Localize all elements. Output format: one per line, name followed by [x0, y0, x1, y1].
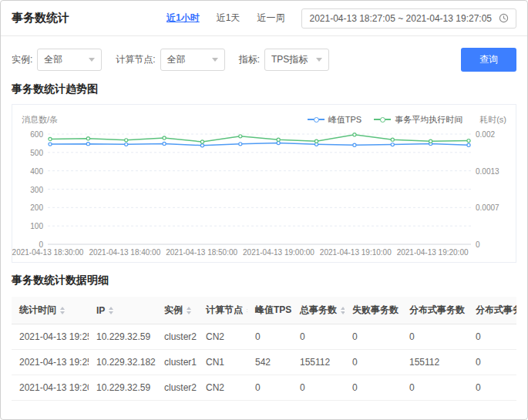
table-row: 2021-04-13 19:20:0010.229.32.182cluster1…	[12, 401, 516, 409]
column-header[interactable]: 分布式事务提交异常数	[468, 297, 516, 324]
sort-icon	[60, 307, 65, 314]
table-header-row: 统计时间IP实例计算节点峰值TPS总事务数失败事务数分布式事务数分布式事务提交异…	[12, 297, 516, 324]
compute-node-select[interactable]: 全部	[160, 49, 225, 71]
table-cell: 542	[247, 350, 292, 375]
query-button[interactable]: 查询	[461, 48, 516, 72]
y-axis-tick-left: 0	[39, 240, 43, 249]
table-cell: 0	[345, 375, 402, 401]
left-axis-labels: 0100200300400500600	[22, 131, 48, 245]
y-axis-tick-left: 300	[30, 185, 43, 193]
table-cell: 2021-04-13 19:25:00	[12, 324, 89, 350]
node-filter-label: 计算节点:	[116, 53, 155, 66]
table-cell: 0	[402, 375, 468, 401]
y-axis-tick-right: 0.0013	[476, 166, 499, 175]
x-axis: 2021-04-13 18:30:002021-04-13 18:40:0020…	[22, 245, 506, 259]
table-cell: 0	[292, 375, 345, 401]
column-header-label: 统计时间	[19, 304, 56, 315]
table-cell: 155112	[402, 350, 468, 375]
table-row: 2021-04-13 19:25:0010.229.32.59cluster2C…	[12, 324, 516, 350]
table-cell: 2021-04-13 19:20:00	[12, 401, 89, 409]
table-cell: 10.229.32.59	[89, 375, 156, 401]
column-header-label: 分布式事务提交异常数	[476, 304, 516, 315]
detail-table: 统计时间IP实例计算节点峰值TPS总事务数失败事务数分布式事务数分布式事务提交异…	[12, 297, 516, 408]
table-cell: 10.229.32.59	[89, 324, 156, 350]
time-tab-1week[interactable]: 近一周	[257, 12, 284, 25]
legend-label: 峰值TPS	[328, 114, 362, 126]
sort-icon	[247, 307, 247, 314]
detail-section-title: 事务数统计数据明细	[12, 274, 516, 287]
column-header-label: 总事务数	[300, 304, 337, 315]
column-header[interactable]: IP	[89, 297, 156, 324]
table-cell: 0	[345, 401, 402, 409]
table-cell: cluster2	[156, 324, 198, 350]
table-cell: 0	[468, 401, 516, 409]
metric-select-value: TPS指标	[271, 53, 308, 66]
y-axis-tick-left: 500	[30, 148, 43, 156]
table-cell: 154819	[402, 401, 468, 409]
left-axis-title: 消息数/条	[22, 114, 58, 126]
chart-legend: 峰值TPS 事务平均执行时间	[308, 114, 475, 126]
column-header[interactable]: 失败事务数	[345, 297, 402, 324]
table-cell: 547	[247, 401, 292, 409]
filter-bar: 实例: 全部 计算节点: 全部 指标: TPS指标 查询	[1, 36, 527, 72]
chevron-down-icon	[212, 58, 218, 62]
x-axis-tick: 2021-04-13 18:30:00	[12, 248, 84, 257]
line-marker-icon	[308, 116, 325, 123]
table-cell: CN1	[198, 401, 247, 409]
legend-item-avg-exec-time[interactable]: 事务平均执行时间	[374, 114, 462, 126]
table-cell: 10.229.32.182	[89, 401, 156, 409]
table-cell: CN2	[198, 324, 247, 350]
column-header[interactable]: 分布式事务数	[402, 297, 468, 324]
table-cell: 2021-04-13 19:25:00	[12, 350, 89, 375]
sort-icon	[187, 307, 191, 314]
column-header[interactable]: 实例	[156, 297, 198, 324]
header-controls: 近1小时 近1天 近一周 2021-04-13 18:27:05 ~ 2021-…	[166, 8, 516, 29]
time-tab-1hour[interactable]: 近1小时	[166, 12, 200, 25]
table-cell: cluster1	[156, 401, 198, 409]
clock-icon	[499, 13, 509, 23]
y-axis-tick-left: 100	[30, 222, 43, 230]
column-header[interactable]: 统计时间	[12, 297, 89, 324]
x-axis-tick: 2021-04-13 19:20:00	[397, 248, 469, 257]
column-header-label: 分布式事务数	[409, 304, 465, 315]
column-header-label: IP	[96, 305, 105, 316]
column-header[interactable]: 计算节点	[198, 297, 247, 324]
instance-select-value: 全部	[44, 53, 62, 66]
legend-label: 事务平均执行时间	[395, 114, 462, 126]
table-cell: 2021-04-13 19:20:00	[12, 375, 89, 401]
instance-select[interactable]: 全部	[37, 49, 102, 71]
table-cell: 0	[247, 324, 292, 350]
table-cell: 0	[402, 324, 468, 350]
time-tab-1day[interactable]: 近1天	[217, 12, 240, 25]
x-axis-labels: 2021-04-13 18:30:002021-04-13 18:40:0020…	[48, 245, 471, 259]
table-cell: 0	[292, 324, 345, 350]
y-axis-tick-left: 400	[30, 166, 43, 175]
right-axis-labels: 0.0020.00130.00070	[471, 131, 506, 245]
column-header[interactable]: 峰值TPS	[247, 297, 292, 324]
y-axis-tick-left: 200	[30, 203, 43, 212]
page-title: 事务数统计	[12, 11, 69, 25]
date-range-picker[interactable]: 2021-04-13 18:27:05 ~ 2021-04-13 19:27:0…	[301, 8, 516, 29]
y-axis-tick-right: 0.0007	[476, 203, 499, 212]
x-axis-tick: 2021-04-13 19:10:00	[320, 248, 392, 257]
metric-select[interactable]: TPS指标	[264, 49, 329, 71]
table-cell: cluster2	[156, 375, 198, 401]
table-row: 2021-04-13 19:20:0010.229.32.59cluster2C…	[12, 375, 516, 401]
column-header[interactable]: 总事务数	[292, 297, 345, 324]
table-cell: 155112	[292, 350, 345, 375]
metric-filter-label: 指标:	[239, 53, 260, 66]
legend-item-peak-tps[interactable]: 峰值TPS	[308, 114, 362, 126]
table-cell: 0	[468, 375, 516, 401]
chart-svg	[48, 131, 471, 245]
chart-body: 0100200300400500600 0.0020.00130.00070	[22, 131, 506, 245]
table-cell: 0	[345, 324, 402, 350]
trend-section-title: 事务数统计趋势图	[12, 82, 516, 96]
table-cell: 0	[468, 350, 516, 375]
table-cell: CN2	[198, 375, 247, 401]
table-cell: 10.229.32.182	[89, 350, 156, 375]
column-header-label: 计算节点	[206, 304, 243, 315]
column-header-label: 失败事务数	[352, 304, 399, 315]
table-cell: 0	[468, 324, 516, 350]
column-header-label: 峰值TPS	[255, 304, 291, 315]
table-cell: cluster1	[156, 350, 198, 375]
